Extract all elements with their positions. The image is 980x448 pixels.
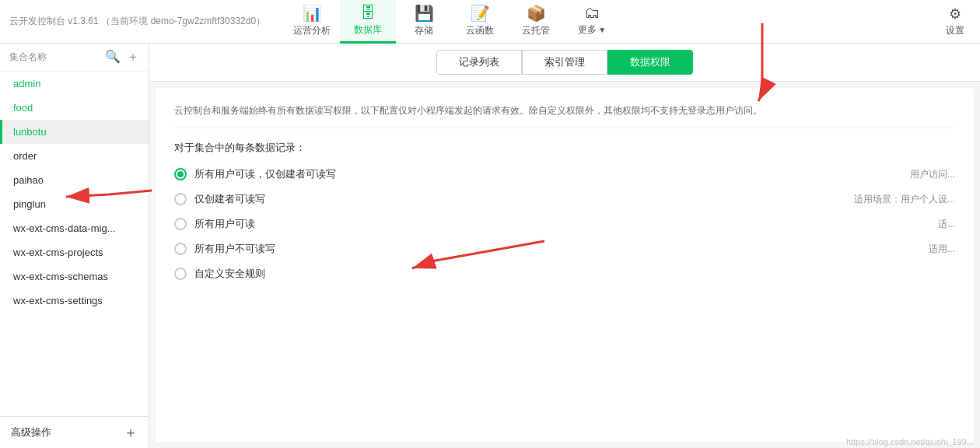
sidebar-list: admin food lunbotu order paihao pinglun: [0, 72, 149, 416]
analytics-icon: 📊: [303, 4, 322, 23]
sidebar-item-wx-cms-projects[interactable]: wx-ext-cms-projects: [0, 240, 149, 264]
settings-button[interactable]: ⚙ 设置: [940, 2, 971, 40]
app-env: （当前环境 demo-7gw2zmftf30332d0）: [101, 16, 265, 26]
main-layout: 集合名称 🔍 ＋ admin food lunbotu order: [0, 44, 980, 448]
sidebar-item-wx-cms-settings[interactable]: wx-ext-cms-settings: [0, 289, 149, 313]
radio-item-all-no-write[interactable]: 所有用户不可读写 适用...: [174, 242, 955, 256]
add-collection-icon[interactable]: ＋: [127, 49, 139, 65]
radio-checked-indicator: [174, 168, 187, 180]
tab-indexes[interactable]: 索引管理: [522, 50, 607, 75]
sidebar-item-pinglun[interactable]: pinglun: [0, 192, 149, 216]
tab-records[interactable]: 记录列表: [436, 50, 522, 75]
radio-unchecked-3: [174, 243, 187, 255]
sidebar-item-order[interactable]: order: [0, 144, 149, 168]
radio-label-4: 自定义安全规则: [194, 267, 265, 281]
radio-note-2: 适...: [938, 218, 955, 231]
sidebar-item-food[interactable]: food: [0, 96, 149, 120]
watermark: https://blog.csdn.net/qiushi_199...: [846, 437, 974, 446]
nav-item-more[interactable]: 🗂 更多 ▼: [564, 0, 620, 44]
app-title-text: 云开发控制台 v1.3.61: [9, 16, 99, 26]
storage-icon: 💾: [415, 4, 434, 23]
radio-label-1: 仅创建者可读写: [194, 192, 265, 206]
footer-label: 高级操作: [11, 425, 51, 439]
nav-item-analytics[interactable]: 📊 运营分析: [284, 0, 340, 44]
hosting-icon: 📦: [527, 4, 546, 23]
sidebar-header: 集合名称 🔍 ＋: [0, 44, 149, 72]
radio-label-0: 所有用户可读，仅创建者可读写: [194, 167, 336, 181]
more-icon: 🗂: [584, 4, 600, 22]
top-bar: 云开发控制台 v1.3.61 （当前环境 demo-7gw2zmftf30332…: [0, 0, 980, 44]
permission-radio-group: 所有用户可读，仅创建者可读写 用户访问... 仅创建者可读写 适用场景：用户个人…: [174, 167, 955, 281]
nav-item-storage[interactable]: 💾 存储: [396, 0, 452, 44]
radio-note-3: 适用...: [929, 243, 955, 256]
search-icon[interactable]: 🔍: [105, 49, 121, 65]
sidebar-header-actions: 🔍 ＋: [105, 49, 139, 65]
nav-label-database: 数据库: [354, 23, 382, 37]
functions-icon: 📝: [471, 4, 490, 23]
content-area: 记录列表 索引管理 数据权限 云控制台和服务端始终有所有数据读写权限，以下配置仅…: [149, 44, 980, 448]
sidebar-item-paihao[interactable]: paihao: [0, 168, 149, 192]
section-title: 对于集合中的每条数据记录：: [174, 141, 955, 155]
nav-item-hosting[interactable]: 📦 云托管: [508, 0, 564, 44]
app-title: 云开发控制台 v1.3.61 （当前环境 demo-7gw2zmftf30332…: [9, 15, 265, 28]
radio-item-custom[interactable]: 自定义安全规则: [174, 267, 955, 281]
content-body: 云控制台和服务端始终有所有数据读写权限，以下配置仅对小程序端发起的请求有效。除自…: [156, 88, 974, 442]
top-bar-right: ⚙ 设置: [940, 2, 971, 40]
radio-unchecked-4: [174, 268, 187, 280]
sidebar-header-label: 集合名称: [9, 51, 47, 64]
radio-label-3: 所有用户不可读写: [194, 242, 275, 256]
radio-item-creator-only[interactable]: 仅创建者可读写 适用场景：用户个人设...: [174, 192, 955, 206]
sidebar-item-lunbotu[interactable]: lunbotu: [0, 120, 149, 144]
nav-item-database[interactable]: 🗄 数据库: [340, 0, 396, 44]
sidebar-item-wx-cms-data[interactable]: wx-ext-cms-data-mig...: [0, 216, 149, 240]
tab-permissions[interactable]: 数据权限: [607, 50, 693, 75]
settings-label: 设置: [946, 24, 964, 37]
tab-bar: 记录列表 索引管理 数据权限: [149, 44, 980, 82]
radio-note-0: 用户访问...: [910, 168, 955, 181]
nav-label-storage: 存储: [415, 24, 433, 37]
sidebar-footer[interactable]: 高级操作 ＋: [0, 416, 149, 448]
info-text: 云控制台和服务端始终有所有数据读写权限，以下配置仅对小程序端发起的请求有效。除自…: [174, 103, 955, 128]
nav-item-functions[interactable]: 📝 云函数: [452, 0, 508, 44]
sidebar-item-wx-cms-schemas[interactable]: wx-ext-cms-schemas: [0, 264, 149, 289]
nav-label-functions: 云函数: [466, 24, 494, 37]
radio-unchecked-2: [174, 218, 187, 230]
database-icon: 🗄: [360, 4, 376, 22]
nav-label-more: 更多 ▼: [578, 23, 606, 37]
sidebar-item-admin[interactable]: admin: [0, 72, 149, 96]
radio-item-all-read-creator-write[interactable]: 所有用户可读，仅创建者可读写 用户访问...: [174, 167, 955, 181]
radio-unchecked-1: [174, 193, 187, 205]
settings-icon: ⚙: [949, 5, 961, 23]
nav-items: 📊 运营分析 🗄 数据库 💾 存储 📝 云函数 📦 云托管 🗂: [284, 0, 940, 44]
radio-note-1: 适用场景：用户个人设...: [854, 193, 955, 206]
radio-label-2: 所有用户可读: [194, 217, 255, 231]
nav-label-analytics: 运营分析: [293, 24, 331, 37]
nav-label-hosting: 云托管: [522, 24, 550, 37]
sidebar: 集合名称 🔍 ＋ admin food lunbotu order: [0, 44, 149, 448]
radio-item-all-read[interactable]: 所有用户可读 适...: [174, 217, 955, 231]
footer-plus-icon[interactable]: ＋: [124, 423, 138, 442]
